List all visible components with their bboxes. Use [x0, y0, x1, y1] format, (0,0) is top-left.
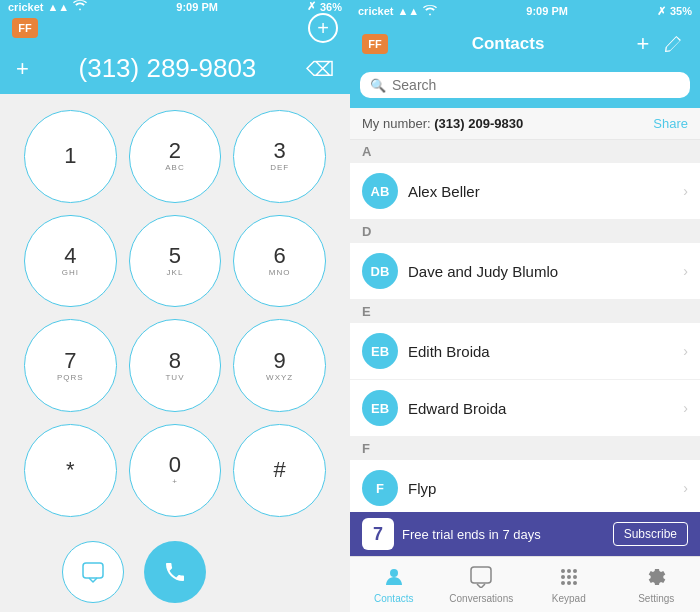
key-main-5: 5 [169, 245, 181, 267]
key-sub-9: WXYZ [266, 374, 293, 382]
contact-avatar: DB [362, 253, 398, 289]
right-tab-conversations[interactable]: Conversations [438, 557, 526, 612]
svg-point-17 [561, 575, 565, 579]
svg-rect-0 [83, 563, 103, 578]
edit-contacts-button[interactable] [658, 35, 688, 53]
dial-display: + (313) 289-9803 ⌫ [0, 43, 350, 94]
call-button[interactable] [144, 541, 206, 603]
svg-point-21 [567, 581, 571, 585]
right-signal-icon: ▲▲ [397, 5, 419, 17]
search-bar-container: 🔍 [350, 66, 700, 108]
svg-point-20 [561, 581, 565, 585]
left-battery: 36% [320, 1, 342, 13]
key-btn-#[interactable]: # [233, 424, 326, 517]
key-btn-3[interactable]: 3DEF [233, 110, 326, 203]
trial-days-badge: 7 [362, 518, 394, 550]
right-tab-bar: ContactsConversationsKeypadSettings [350, 556, 700, 612]
dial-clear-button[interactable]: ⌫ [306, 57, 334, 81]
left-signal-icon: ▲▲ [47, 1, 69, 13]
svg-rect-13 [471, 567, 491, 583]
add-contact-button[interactable]: + [628, 31, 658, 57]
trial-text: Free trial ends in 7 days [402, 527, 605, 542]
key-btn-5[interactable]: 5JKL [129, 215, 222, 308]
search-input-wrap[interactable]: 🔍 [360, 72, 690, 98]
right-tab-keypad[interactable]: Keypad [525, 557, 613, 612]
contact-row[interactable]: FFlyp› [350, 460, 700, 512]
contact-name: Edward Broida [408, 400, 683, 417]
key-btn-*[interactable]: * [24, 424, 117, 517]
right-status-bar: cricket ▲▲ 9:09 PM ✗ 35% [350, 0, 700, 22]
left-time: 9:09 PM [176, 1, 218, 13]
key-btn-6[interactable]: 6MNO [233, 215, 326, 308]
contact-row[interactable]: ABAlex Beller› [350, 163, 700, 220]
right-panel: cricket ▲▲ 9:09 PM ✗ 35% FF Contacts + 🔍 [350, 0, 700, 612]
message-button[interactable] [62, 541, 124, 603]
dial-number: (313) 289-9803 [29, 53, 306, 84]
contact-avatar: EB [362, 333, 398, 369]
contact-avatar: AB [362, 173, 398, 209]
key-btn-0[interactable]: 0+ [129, 424, 222, 517]
right-tab-label: Keypad [552, 593, 586, 604]
search-icon: 🔍 [370, 78, 386, 93]
key-sub-3: DEF [270, 164, 289, 172]
key-btn-8[interactable]: 8TUV [129, 319, 222, 412]
contact-chevron-icon: › [683, 343, 688, 359]
left-status-bar: cricket ▲▲ 9:09 PM ✗ 36% [0, 0, 350, 13]
left-panel: cricket ▲▲ 9:09 PM ✗ 36% FF + + (313) 28… [0, 0, 350, 612]
key-main-7: 7 [64, 350, 76, 372]
share-link[interactable]: Share [653, 116, 688, 131]
svg-point-22 [573, 581, 577, 585]
key-btn-7[interactable]: 7PQRS [24, 319, 117, 412]
section-header-A: A [350, 140, 700, 163]
left-add-button[interactable]: + [308, 13, 338, 43]
section-header-D: D [350, 220, 700, 243]
right-tab-icon-keypad [558, 566, 580, 590]
contacts-list: AABAlex Beller›DDBDave and Judy Blumlo›E… [350, 140, 700, 512]
svg-point-16 [573, 569, 577, 573]
key-sub-7: PQRS [57, 374, 84, 382]
contact-avatar: EB [362, 390, 398, 426]
search-input[interactable] [392, 77, 680, 93]
key-btn-9[interactable]: 9WXYZ [233, 319, 326, 412]
key-sub-2: ABC [165, 164, 184, 172]
right-status-right: ✗ 35% [657, 5, 692, 18]
contact-row[interactable]: DBDave and Judy Blumlo› [350, 243, 700, 300]
key-sub-4: GHI [62, 269, 79, 277]
right-header-title: Contacts [388, 34, 628, 54]
svg-point-19 [573, 575, 577, 579]
right-tab-icon-chat [470, 566, 492, 590]
subscribe-button[interactable]: Subscribe [613, 522, 688, 546]
right-tab-contacts[interactable]: Contacts [350, 557, 438, 612]
contact-name: Edith Broida [408, 343, 683, 360]
contact-chevron-icon: › [683, 400, 688, 416]
key-main-3: 3 [274, 140, 286, 162]
right-tab-label: Contacts [374, 593, 413, 604]
key-main-2: 2 [169, 140, 181, 162]
dial-plus-button[interactable]: + [16, 56, 29, 82]
left-status-left: cricket ▲▲ [8, 0, 87, 13]
contact-row[interactable]: EBEdith Broida› [350, 323, 700, 380]
left-header: FF + [0, 13, 350, 43]
right-tab-settings[interactable]: Settings [613, 557, 701, 612]
action-row [0, 533, 350, 612]
section-header-E: E [350, 300, 700, 323]
left-status-right: ✗ 36% [307, 0, 342, 13]
key-btn-4[interactable]: 4GHI [24, 215, 117, 308]
right-battery: 35% [670, 5, 692, 17]
svg-point-14 [561, 569, 565, 573]
key-main-#: # [274, 459, 286, 481]
key-btn-1[interactable]: 1 [24, 110, 117, 203]
key-sub-6: MNO [269, 269, 291, 277]
key-btn-2[interactable]: 2ABC [129, 110, 222, 203]
contact-chevron-icon: › [683, 263, 688, 279]
contact-row[interactable]: EBEdward Broida› [350, 380, 700, 437]
contact-chevron-icon: › [683, 480, 688, 496]
section-header-F: F [350, 437, 700, 460]
trial-banner: 7 Free trial ends in 7 days Subscribe [350, 512, 700, 556]
key-main-4: 4 [64, 245, 76, 267]
my-number-row: My number: (313) 209-9830 Share [350, 108, 700, 140]
right-carrier: cricket [358, 5, 393, 17]
keypad-grid: 12ABC3DEF4GHI5JKL6MNO7PQRS8TUV9WXYZ*0+# [0, 94, 350, 533]
contact-name: Alex Beller [408, 183, 683, 200]
key-main-9: 9 [274, 350, 286, 372]
